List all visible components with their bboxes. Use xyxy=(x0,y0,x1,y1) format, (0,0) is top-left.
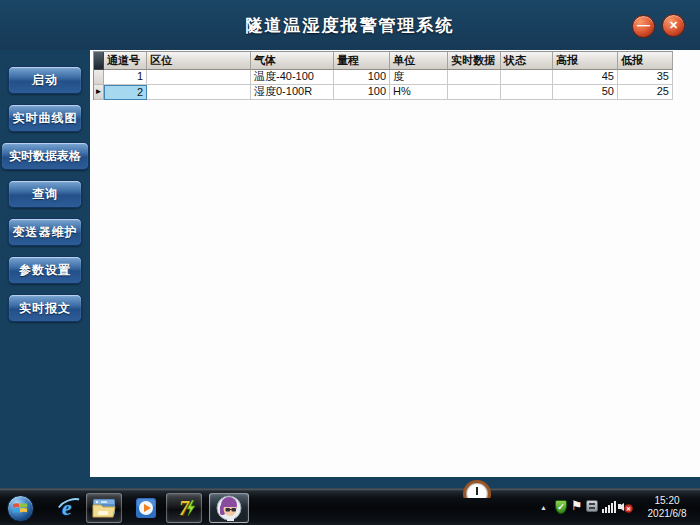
app-titlebar: 隧道温湿度报警管理系统 — ✕ xyxy=(0,0,700,50)
column-header-low[interactable]: 低报 xyxy=(618,52,673,70)
cell-unit[interactable]: 度 xyxy=(390,70,448,85)
cell-unit[interactable]: H% xyxy=(390,85,448,100)
action-center-flag-icon[interactable]: ⚑ xyxy=(571,498,583,513)
cell-high[interactable]: 50 xyxy=(553,85,618,100)
table-corner-cell xyxy=(94,52,104,70)
sidebar-button-3[interactable]: 实时数据表格 xyxy=(1,142,89,170)
avatar-app-icon[interactable] xyxy=(209,493,249,523)
cell-realtime[interactable] xyxy=(448,70,501,85)
security-shield-icon[interactable]: ✓ xyxy=(555,500,567,514)
gauge-icon[interactable] xyxy=(461,480,495,498)
sidebar-button-1[interactable]: 启动 xyxy=(8,66,82,94)
network-signal-icon[interactable] xyxy=(602,501,616,513)
avatar xyxy=(216,495,242,521)
column-header-gas[interactable]: 气体 xyxy=(251,52,334,70)
data-table: 通道号区位气体量程单位实时数据状态高报低报1温度-40-100100度4535►… xyxy=(93,51,673,100)
sidebar-button-2[interactable]: 实时曲线图 xyxy=(8,104,82,132)
column-header-realtime[interactable]: 实时数据 xyxy=(448,52,501,70)
sidebar-button-6[interactable]: 参数设置 xyxy=(8,256,82,284)
cell-gas[interactable]: 湿度0-100R xyxy=(251,85,334,100)
sidebar-button-5[interactable]: 变送器维护 xyxy=(8,218,82,246)
system-clock[interactable]: 15:20 2021/6/8 xyxy=(640,494,694,520)
column-header-zone[interactable]: 区位 xyxy=(147,52,251,70)
minimize-button[interactable]: — xyxy=(632,15,655,38)
column-header-status[interactable]: 状态 xyxy=(501,52,553,70)
sidebar: 启动实时曲线图实时数据表格查询变送器维护参数设置实时报文 xyxy=(0,50,90,488)
table-row[interactable]: ►2湿度0-100R100H%5025 xyxy=(94,85,673,100)
cell-zone[interactable] xyxy=(147,70,251,85)
volume-muted-icon[interactable]: ✕ xyxy=(618,500,633,513)
start-button[interactable] xyxy=(7,495,34,522)
main-panel: 通道号区位气体量程单位实时数据状态高报低报1温度-40-100100度4535►… xyxy=(90,50,700,477)
windows-flag-icon xyxy=(13,502,27,514)
cell-status[interactable] xyxy=(501,70,553,85)
lightning-icon xyxy=(186,500,196,516)
cell-low[interactable]: 35 xyxy=(618,70,673,85)
row-indicator: ► xyxy=(94,85,104,100)
cell-channel[interactable]: 2 xyxy=(104,85,147,100)
media-player-icon[interactable] xyxy=(128,493,164,523)
page-title: 隧道温湿度报警管理系统 xyxy=(0,14,700,37)
cell-zone[interactable] xyxy=(147,85,251,100)
desktop-screen: 隧道温湿度报警管理系统 — ✕ 启动实时曲线图实时数据表格查询变送器维护参数设置… xyxy=(0,0,700,525)
cell-range[interactable]: 100 xyxy=(334,85,390,100)
column-header-unit[interactable]: 单位 xyxy=(390,52,448,70)
tray-time: 15:20 xyxy=(640,494,694,507)
column-header-channel[interactable]: 通道号 xyxy=(104,52,147,70)
hidden-icons-arrow[interactable]: ▲ xyxy=(540,504,547,511)
cell-high[interactable]: 45 xyxy=(553,70,618,85)
table-row[interactable]: 1温度-40-100100度4535 xyxy=(94,70,673,85)
row-indicator xyxy=(94,70,104,85)
column-header-high[interactable]: 高报 xyxy=(553,52,618,70)
ime-indicator-icon[interactable] xyxy=(586,500,598,512)
app-seven-icon[interactable]: 7 xyxy=(166,493,202,523)
cell-range[interactable]: 100 xyxy=(334,70,390,85)
sidebar-button-7[interactable]: 实时报文 xyxy=(8,294,82,322)
column-header-range[interactable]: 量程 xyxy=(334,52,390,70)
sidebar-button-4[interactable]: 查询 xyxy=(8,180,82,208)
cell-channel[interactable]: 1 xyxy=(104,70,147,85)
tray-date: 2021/6/8 xyxy=(640,507,694,520)
taskbar: e 7 xyxy=(0,488,700,525)
table-header-row: 通道号区位气体量程单位实时数据状态高报低报 xyxy=(94,52,673,70)
close-button[interactable]: ✕ xyxy=(662,14,685,37)
cell-low[interactable]: 25 xyxy=(618,85,673,100)
cell-gas[interactable]: 温度-40-100 xyxy=(251,70,334,85)
windows-explorer-icon[interactable] xyxy=(86,493,122,523)
internet-explorer-icon[interactable]: e xyxy=(49,493,85,523)
cell-realtime[interactable] xyxy=(448,85,501,100)
cell-status[interactable] xyxy=(501,85,553,100)
